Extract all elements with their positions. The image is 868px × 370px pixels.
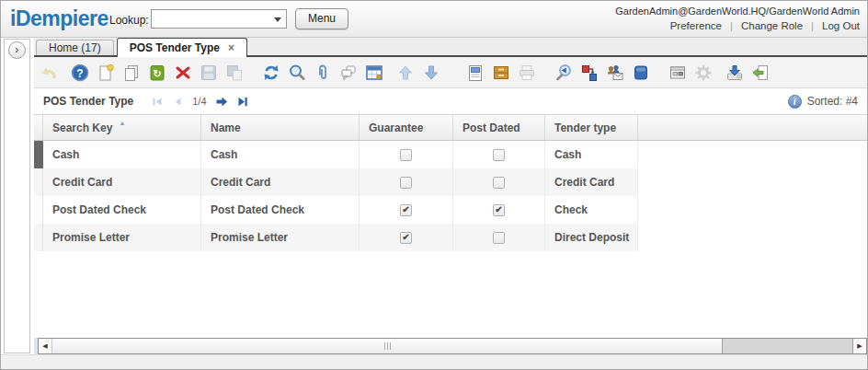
cell-name[interactable]: Post Dated Check xyxy=(201,196,360,224)
grid-body: CashCashCashCredit CardCredit CardCredit… xyxy=(34,141,868,251)
horizontal-scrollbar-row: ◀ ▶ xyxy=(34,338,867,354)
user-links: Preference | Change Role | Log Out xyxy=(670,20,860,31)
row-select-indicator[interactable] xyxy=(34,141,43,168)
column-label: Guarantee xyxy=(369,121,423,134)
cell-name[interactable]: Cash xyxy=(201,141,360,168)
guarantee-checkbox[interactable] xyxy=(400,204,412,216)
bottom-strip xyxy=(1,354,867,370)
tab-home-17[interactable]: Home (17) xyxy=(36,40,114,55)
column-header-name[interactable]: Name xyxy=(201,115,360,140)
info-icon[interactable]: i xyxy=(788,95,802,109)
row-select-indicator[interactable] xyxy=(34,196,43,224)
guarantee-checkbox[interactable] xyxy=(400,232,412,244)
menu-button[interactable]: Menu xyxy=(295,8,348,29)
table-row[interactable]: Promise LetterPromise LetterDirect Depos… xyxy=(34,224,868,251)
post-dated-checkbox[interactable] xyxy=(493,204,505,216)
page-indicator: 1/4 xyxy=(192,96,206,107)
refresh-icon[interactable] xyxy=(259,61,283,85)
guarantee-checkbox[interactable] xyxy=(400,149,412,161)
lookup-combobox[interactable] xyxy=(151,9,287,29)
grid-header-row: Search Key▲NameGuaranteePost DatedTender… xyxy=(34,114,868,141)
row-select-indicator[interactable] xyxy=(34,168,43,196)
window-customize-icon[interactable] xyxy=(666,61,690,85)
export-icon[interactable] xyxy=(723,61,747,85)
cell-tender-type[interactable]: Check xyxy=(545,196,638,224)
table-row[interactable]: Post Dated CheckPost Dated CheckCheck xyxy=(34,196,868,224)
product-info-icon[interactable] xyxy=(629,61,653,85)
undo-icon xyxy=(37,61,61,85)
cell-tender-type[interactable]: Credit Card xyxy=(545,168,638,196)
cell-name[interactable]: Credit Card xyxy=(201,168,360,196)
column-header-tender-type[interactable]: Tender type xyxy=(545,115,638,140)
row-select-indicator[interactable] xyxy=(34,224,43,251)
tab-label: Home (17) xyxy=(49,41,101,54)
chat-icon[interactable] xyxy=(337,61,360,85)
cell-tender-type[interactable]: Direct Deposit xyxy=(545,224,638,251)
save-create-new-icon xyxy=(223,61,246,85)
next-record-icon[interactable] xyxy=(215,96,228,108)
column-header-guarantee[interactable]: Guarantee xyxy=(360,115,453,140)
row-filler xyxy=(638,141,868,168)
cell-search-key[interactable]: Credit Card xyxy=(43,168,201,196)
column-label: Tender type xyxy=(554,121,616,134)
table-row[interactable]: Credit CardCredit CardCredit Card xyxy=(34,168,868,196)
guarantee-checkbox[interactable] xyxy=(400,177,412,189)
preference-link[interactable]: Preference xyxy=(670,20,722,31)
post-dated-checkbox[interactable] xyxy=(493,177,505,189)
post-dated-checkbox[interactable] xyxy=(493,149,505,161)
copy-record-icon[interactable] xyxy=(120,61,143,85)
cell-name[interactable]: Promise Letter xyxy=(201,224,360,251)
table-row[interactable]: CashCashCash xyxy=(34,141,868,168)
link-separator: | xyxy=(811,20,814,31)
row-filler xyxy=(638,168,868,196)
record-navbar: POS Tender Type 1/4 i Sorted: #4 xyxy=(34,88,868,114)
detail-record-icon[interactable] xyxy=(419,61,443,85)
column-label: Post Dated xyxy=(463,121,520,134)
scrollbar-track[interactable] xyxy=(723,339,852,353)
expand-panel-button[interactable]: › xyxy=(8,41,26,59)
requests-icon[interactable] xyxy=(603,61,627,85)
attachment-icon[interactable] xyxy=(311,61,335,85)
delete-record-icon[interactable]: ↻ xyxy=(145,61,169,85)
cell-tender-type[interactable]: Cash xyxy=(545,141,638,168)
post-dated-checkbox[interactable] xyxy=(493,232,505,244)
tab-pos-tender-type[interactable]: POS Tender Type× xyxy=(117,38,247,57)
column-header-search-key[interactable]: Search Key▲ xyxy=(43,115,201,140)
lookup-input[interactable] xyxy=(153,11,270,27)
workflow-icon[interactable] xyxy=(577,61,601,85)
archive-icon[interactable] xyxy=(489,61,513,85)
column-label: Name xyxy=(211,121,241,134)
report-icon[interactable] xyxy=(463,61,487,85)
help-icon[interactable]: ? xyxy=(68,61,92,85)
change-role-link[interactable]: Change Role xyxy=(741,20,803,31)
cell-search-key[interactable]: Promise Letter xyxy=(43,224,201,251)
grid-toggle-icon[interactable] xyxy=(362,61,386,85)
sort-status: i Sorted: #4 xyxy=(788,95,858,109)
tab-strip: Home (17)POS Tender Type× xyxy=(34,38,868,57)
find-icon[interactable] xyxy=(285,61,309,85)
cell-search-key[interactable]: Post Dated Check xyxy=(43,196,201,224)
scroll-right-button[interactable]: ▶ xyxy=(852,339,866,353)
exit-icon[interactable] xyxy=(748,61,772,85)
column-header-post-dated[interactable]: Post Dated xyxy=(453,115,545,140)
scroll-left-button[interactable]: ◀ xyxy=(39,339,52,353)
collapsed-side-panel: › xyxy=(4,39,30,353)
tab-label: POS Tender Type xyxy=(130,41,220,54)
cell-search-key[interactable]: Cash xyxy=(43,141,201,168)
cell-post-dated xyxy=(453,224,545,251)
sorted-label: Sorted: #4 xyxy=(807,95,858,108)
sort-ascending-icon: ▲ xyxy=(119,120,125,126)
idempiere-window: iDempiere Lookup: Menu GardenAdmin@Garde… xyxy=(0,0,868,370)
horizontal-scrollbar[interactable]: ◀ ▶ xyxy=(38,338,867,354)
scrollbar-thumb[interactable] xyxy=(52,339,723,353)
log-out-link[interactable]: Log Out xyxy=(822,20,860,31)
link-separator: | xyxy=(730,20,733,31)
preferences-gear-icon xyxy=(691,61,715,85)
tab-close-icon[interactable]: × xyxy=(228,43,234,52)
zoom-across-icon[interactable] xyxy=(552,61,576,85)
last-record-icon[interactable] xyxy=(236,96,248,108)
chevron-down-icon[interactable] xyxy=(274,17,281,22)
delete-selection-icon[interactable] xyxy=(171,61,195,85)
column-label: Search Key xyxy=(52,121,112,134)
new-record-icon[interactable] xyxy=(94,61,118,85)
